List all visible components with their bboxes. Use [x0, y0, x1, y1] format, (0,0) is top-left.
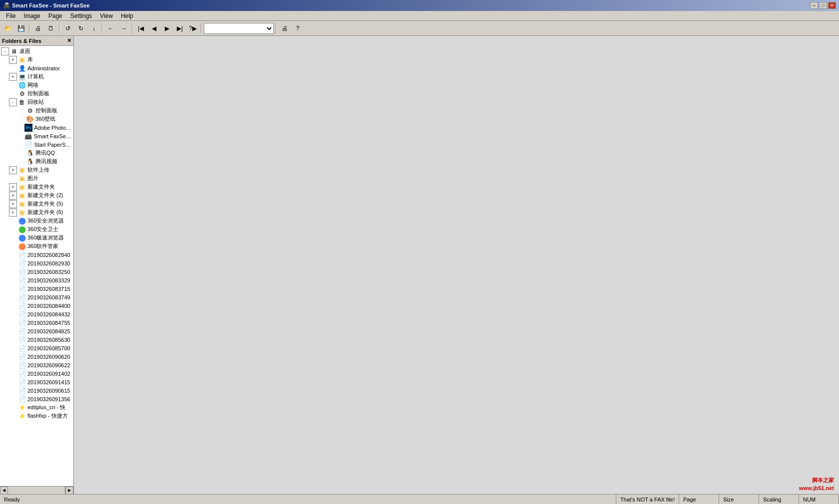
tree-item[interactable]: 📄20190326090615: [0, 386, 73, 395]
tree-node-label: 控制面板: [27, 90, 49, 97]
tree-item[interactable]: 🎨360壁纸: [0, 115, 73, 123]
tree-expand-button[interactable]: -: [1, 47, 9, 55]
tree-expand-button[interactable]: +: [9, 192, 17, 200]
tree-node-icon: 📄: [18, 327, 26, 335]
down-button[interactable]: ↓: [88, 23, 100, 34]
tree-item[interactable]: 📠Smart FaxSee 2.: [0, 132, 73, 140]
restore-button[interactable]: □: [819, 2, 827, 9]
first-button[interactable]: |◀: [135, 23, 147, 34]
tree-node-icon: ▣: [18, 166, 26, 174]
tree-item[interactable]: 📄20190326084432: [0, 310, 73, 318]
tree-item[interactable]: 📄20190326091356: [0, 395, 73, 403]
tree-item[interactable]: 📄20190326084755: [0, 318, 73, 327]
help-nav-button[interactable]: ?▶: [187, 23, 199, 34]
menu-item-settings[interactable]: Settings: [66, 11, 96, 20]
back-button[interactable]: ←: [105, 23, 117, 34]
tree-expand-button[interactable]: +: [9, 183, 17, 191]
tree-item[interactable]: 📄20190326083329: [0, 276, 73, 284]
tree-item[interactable]: +▣新建文件夹 (5): [0, 200, 73, 208]
status-ready: Ready: [0, 495, 616, 504]
tree-item[interactable]: 👤Administrator: [0, 64, 73, 72]
tree-item[interactable]: 📄20190326082930: [0, 259, 73, 267]
tree-item[interactable]: PsAdobe Photosho: [0, 123, 73, 132]
tree-item[interactable]: 📄20190326083749: [0, 293, 73, 301]
tree-item[interactable]: +▣新建文件夹 (6): [0, 208, 73, 217]
tree-item[interactable]: 📄20190326085700: [0, 344, 73, 352]
tree-item[interactable]: 📄20190326084400: [0, 301, 73, 310]
tree-node-label: 360软件管家: [27, 243, 58, 250]
tree-item[interactable]: 🌐网络: [0, 81, 73, 89]
print-button[interactable]: 🖨: [32, 23, 44, 34]
tree-item[interactable]: ⬤360安全浏览器: [0, 217, 73, 225]
title-bar-controls: ─ □ ✕: [810, 2, 836, 9]
tree-item[interactable]: 📄20190326091402: [0, 369, 73, 378]
sidebar-header: Folders & Files ✕: [0, 36, 73, 46]
tree-item[interactable]: ⚡flashfxp - 快捷方: [0, 412, 73, 420]
tree-node-icon: 📄: [18, 259, 26, 267]
menu-item-page[interactable]: Page: [44, 11, 66, 20]
tree-item[interactable]: 🐧腾讯QQ: [0, 149, 73, 157]
tree-item[interactable]: -🗑回收站: [0, 98, 73, 106]
forward-button[interactable]: →: [118, 23, 130, 34]
tree-item[interactable]: 📄20190326084825: [0, 327, 73, 335]
tree-expand-button[interactable]: +: [9, 166, 17, 174]
tree-node-icon: ⚡: [18, 404, 26, 412]
rotate-right-button[interactable]: ↻: [75, 23, 87, 34]
close-button[interactable]: ✕: [828, 2, 836, 9]
scroll-left-button[interactable]: ◀: [0, 487, 8, 495]
tree-item[interactable]: 📄20190326083715: [0, 284, 73, 293]
tree-node-icon: ▣: [18, 209, 26, 217]
tree-node-icon: 📄: [18, 251, 26, 259]
tree-node-icon: 📄: [24, 141, 32, 149]
sidebar-horizontal-scrollbar[interactable]: ◀ ▶: [0, 486, 73, 494]
tree-item[interactable]: +▣新建文件夹 (2): [0, 191, 73, 200]
tree-item[interactable]: ⬤360极速浏览器: [0, 234, 73, 242]
tree-item[interactable]: 📄Start PaperScan: [0, 140, 73, 149]
tree-expand-button[interactable]: +: [9, 209, 17, 217]
tree-item[interactable]: ⚙控制面板: [0, 89, 73, 98]
scrollbar-track[interactable]: [8, 487, 65, 494]
tree-node-label: 20190326085700: [27, 345, 70, 351]
minimize-button[interactable]: ─: [810, 2, 818, 9]
tree-item[interactable]: 📄20190326091415: [0, 378, 73, 386]
tree-item[interactable]: +▣库: [0, 55, 73, 64]
scan-button[interactable]: 🗒: [45, 23, 57, 34]
tree-item[interactable]: 📄20190326090620: [0, 352, 73, 361]
menu-item-file[interactable]: File: [2, 11, 19, 20]
save-button[interactable]: 💾: [15, 23, 27, 34]
zoom-dropdown[interactable]: [204, 23, 274, 34]
tree-item[interactable]: 📄20190326090622: [0, 361, 73, 369]
tree-item[interactable]: ⬤360软件管家: [0, 242, 73, 251]
menu-item-view[interactable]: View: [96, 11, 117, 20]
print2-button[interactable]: 🖨: [279, 23, 291, 34]
rotate-left-button[interactable]: ↺: [62, 23, 74, 34]
tree-node-label: 20190326082930: [27, 260, 70, 266]
last-button[interactable]: ▶|: [174, 23, 186, 34]
sidebar-close-button[interactable]: ✕: [67, 37, 71, 44]
prev-button[interactable]: ◀: [148, 23, 160, 34]
help-button[interactable]: ?: [292, 23, 304, 34]
tree-item[interactable]: 🐧腾讯视频: [0, 157, 73, 166]
menu-item-help[interactable]: Help: [117, 11, 137, 20]
tree-expand-button[interactable]: +: [9, 73, 17, 81]
tree-item[interactable]: ⚡editplus_cn - 快: [0, 403, 73, 412]
tree-item[interactable]: ⬤360安全卫士: [0, 225, 73, 234]
tree-item[interactable]: 📄20190326085630: [0, 335, 73, 344]
tree-item[interactable]: ▣图片: [0, 174, 73, 183]
tree-expand-button[interactable]: +: [9, 200, 17, 208]
tree-expand-button[interactable]: +: [9, 56, 17, 64]
tree-item[interactable]: +💻计算机: [0, 72, 73, 81]
sidebar-tree[interactable]: -🖥桌面+▣库👤Administrator+💻计算机🌐网络⚙控制面板-🗑回收站⚙…: [0, 46, 73, 486]
tree-item[interactable]: ⚙控制面板: [0, 106, 73, 115]
tree-item[interactable]: +▣软件上传: [0, 166, 73, 174]
scroll-right-button[interactable]: ▶: [65, 487, 73, 495]
menu-item-image[interactable]: Image: [19, 11, 44, 20]
tree-item[interactable]: 📄20190326082840: [0, 251, 73, 259]
tree-item[interactable]: 📄20190326083250: [0, 267, 73, 276]
next-button[interactable]: ▶: [161, 23, 173, 34]
tree-item[interactable]: +▣新建文件夹: [0, 183, 73, 191]
tree-expand-button[interactable]: -: [9, 98, 17, 106]
tree-node-label: 20190326091356: [27, 396, 70, 402]
tree-item[interactable]: -🖥桌面: [0, 47, 73, 55]
open-button[interactable]: 📂: [2, 23, 14, 34]
